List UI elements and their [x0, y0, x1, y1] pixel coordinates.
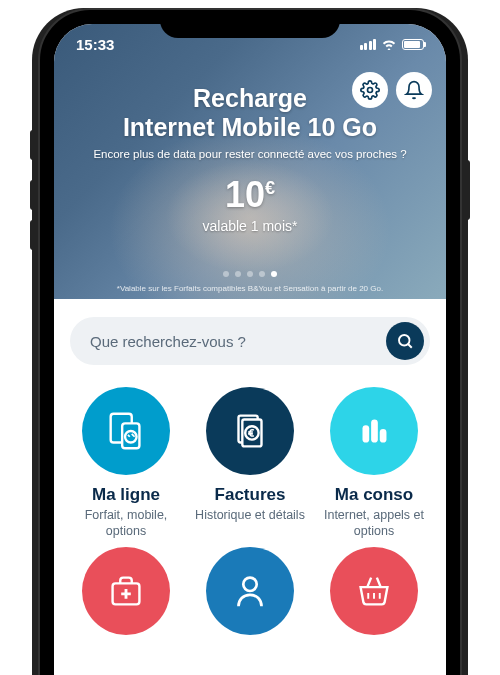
status-indicators — [360, 38, 425, 50]
hero-validity: valable 1 mois* — [54, 218, 446, 234]
carousel-dot[interactable] — [223, 271, 229, 277]
search-placeholder: Que recherchez-vous ? — [90, 333, 246, 350]
svg-point-13 — [243, 578, 256, 591]
tile-icon-wrap — [206, 387, 294, 475]
search-icon — [396, 332, 414, 350]
settings-button[interactable] — [352, 72, 388, 108]
svg-rect-10 — [371, 420, 378, 443]
svg-rect-11 — [380, 429, 387, 442]
hero-footnote: *Valable sur les Forfaits compatibles B&… — [54, 284, 446, 293]
svg-rect-9 — [363, 425, 370, 442]
tile-subtitle: Internet, appels et options — [314, 508, 434, 539]
hero-promo-banner[interactable]: Recharge Internet Mobile 10 Go Encore pl… — [54, 24, 446, 299]
phone-tablet-icon — [103, 408, 149, 454]
first-aid-icon — [103, 568, 149, 614]
carousel-dot-active[interactable] — [271, 271, 277, 277]
carousel-dot[interactable] — [247, 271, 253, 277]
tile-subtitle: Forfait, mobile, options — [66, 508, 186, 539]
search-button[interactable] — [386, 322, 424, 360]
wifi-icon — [381, 38, 397, 50]
tile-title: Ma ligne — [92, 485, 160, 505]
tile-title: Ma conso — [335, 485, 413, 505]
device-notch — [160, 10, 340, 38]
tile-subtitle: Historique et détails — [195, 508, 305, 524]
bars-chart-icon — [351, 408, 397, 454]
basket-icon — [351, 568, 397, 614]
tile-boutique[interactable] — [314, 547, 434, 645]
tile-icon-wrap — [330, 547, 418, 635]
app-screen: 15:33 Recharge Internet Mobile — [54, 24, 446, 675]
tile-ma-ligne[interactable]: Ma ligne Forfait, mobile, options — [66, 387, 186, 539]
tile-icon-wrap — [82, 547, 170, 635]
main-content: Que recherchez-vous ? — [54, 299, 446, 645]
status-time: 15:33 — [76, 36, 114, 53]
gear-icon — [360, 80, 380, 100]
carousel-dot[interactable] — [235, 271, 241, 277]
tile-profil[interactable] — [190, 547, 310, 645]
invoice-euro-icon — [227, 408, 273, 454]
carousel-dots[interactable] — [223, 271, 277, 277]
tile-icon-wrap — [82, 387, 170, 475]
search-input[interactable]: Que recherchez-vous ? — [70, 317, 430, 365]
svg-point-0 — [368, 88, 373, 93]
tiles-grid: Ma ligne Forfait, mobile, options Factur… — [54, 375, 446, 645]
tile-factures[interactable]: Factures Historique et détails — [190, 387, 310, 539]
carousel-dot[interactable] — [259, 271, 265, 277]
tile-title: Factures — [215, 485, 286, 505]
phone-frame: 15:33 Recharge Internet Mobile — [40, 10, 460, 675]
bell-icon — [404, 80, 424, 100]
battery-icon — [402, 39, 424, 50]
tile-icon-wrap — [206, 547, 294, 635]
person-icon — [227, 568, 273, 614]
tile-assistance[interactable] — [66, 547, 186, 645]
tile-ma-conso[interactable]: Ma conso Internet, appels et options — [314, 387, 434, 539]
hero-price: 10€ — [54, 174, 446, 216]
svg-point-1 — [399, 335, 410, 346]
tile-icon-wrap — [330, 387, 418, 475]
notifications-button[interactable] — [396, 72, 432, 108]
svg-line-2 — [408, 344, 412, 348]
hero-subtitle: Encore plus de data pour rester connecté… — [54, 148, 446, 160]
signal-icon — [360, 39, 377, 50]
